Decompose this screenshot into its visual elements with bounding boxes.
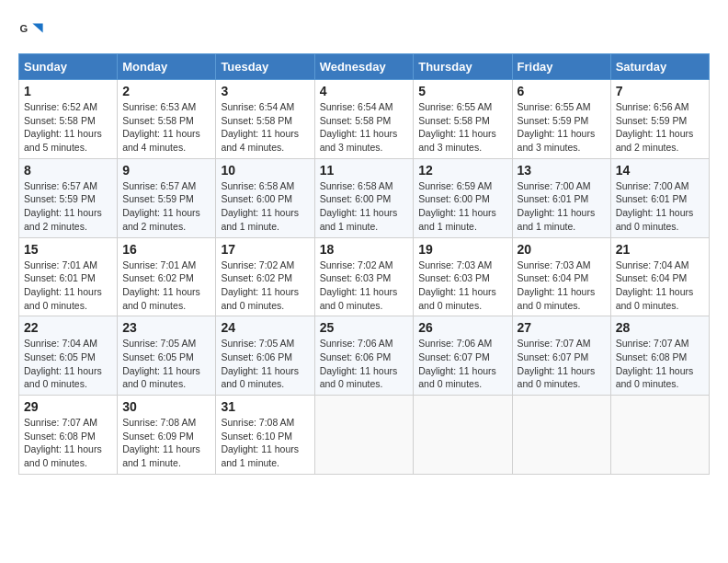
calendar-cell: 24Sunrise: 7:05 AMSunset: 6:06 PMDayligh… xyxy=(216,316,314,396)
day-number: 12 xyxy=(418,163,506,178)
day-info: Sunrise: 7:00 AMSunset: 6:01 PMDaylight:… xyxy=(518,179,606,234)
day-number: 9 xyxy=(122,163,210,178)
calendar-cell: 6Sunrise: 6:55 AMSunset: 5:59 PMDaylight… xyxy=(512,80,610,159)
weekday-header-sunday: Sunday xyxy=(19,54,118,80)
day-number: 23 xyxy=(122,320,210,335)
week-row-4: 22Sunrise: 7:04 AMSunset: 6:05 PMDayligh… xyxy=(19,316,710,396)
day-info: Sunrise: 7:05 AMSunset: 6:06 PMDaylight:… xyxy=(221,337,309,391)
day-number: 30 xyxy=(122,399,210,414)
calendar-header-row: SundayMondayTuesdayWednesdayThursdayFrid… xyxy=(19,54,710,80)
day-info: Sunrise: 6:54 AMSunset: 5:58 PMDaylight:… xyxy=(221,100,309,155)
calendar-cell: 29Sunrise: 7:07 AMSunset: 6:08 PMDayligh… xyxy=(19,396,118,475)
day-info: Sunrise: 6:54 AMSunset: 5:58 PMDaylight:… xyxy=(320,100,409,155)
svg-text:G: G xyxy=(19,23,28,34)
day-info: Sunrise: 7:06 AMSunset: 6:06 PMDaylight:… xyxy=(320,337,409,391)
day-number: 27 xyxy=(518,320,606,335)
day-number: 22 xyxy=(24,320,112,335)
day-number: 11 xyxy=(320,163,409,178)
calendar-cell: 25Sunrise: 7:06 AMSunset: 6:06 PMDayligh… xyxy=(314,316,414,396)
day-number: 13 xyxy=(518,163,606,178)
calendar-cell xyxy=(414,396,512,475)
logo-icon: G xyxy=(18,18,44,44)
day-info: Sunrise: 7:01 AMSunset: 6:01 PMDaylight:… xyxy=(24,259,112,313)
calendar-cell: 1Sunrise: 6:52 AMSunset: 5:58 PMDaylight… xyxy=(19,80,118,159)
calendar-cell: 17Sunrise: 7:02 AMSunset: 6:02 PMDayligh… xyxy=(216,237,314,316)
calendar-cell: 3Sunrise: 6:54 AMSunset: 5:58 PMDaylight… xyxy=(216,80,314,159)
calendar-cell: 22Sunrise: 7:04 AMSunset: 6:05 PMDayligh… xyxy=(19,316,118,396)
calendar-cell: 11Sunrise: 6:58 AMSunset: 6:00 PMDayligh… xyxy=(314,158,414,237)
calendar-cell: 12Sunrise: 6:59 AMSunset: 6:00 PMDayligh… xyxy=(414,158,512,237)
day-info: Sunrise: 7:04 AMSunset: 6:05 PMDaylight:… xyxy=(24,337,112,391)
day-info: Sunrise: 7:07 AMSunset: 6:08 PMDaylight:… xyxy=(24,416,112,470)
calendar-cell: 23Sunrise: 7:05 AMSunset: 6:05 PMDayligh… xyxy=(118,316,216,396)
calendar-cell: 2Sunrise: 6:53 AMSunset: 5:58 PMDaylight… xyxy=(118,80,216,159)
weekday-header-monday: Monday xyxy=(118,54,216,80)
calendar-cell: 27Sunrise: 7:07 AMSunset: 6:07 PMDayligh… xyxy=(512,316,610,396)
weekday-header-thursday: Thursday xyxy=(414,54,512,80)
calendar-cell: 30Sunrise: 7:08 AMSunset: 6:09 PMDayligh… xyxy=(118,396,216,475)
calendar-cell: 10Sunrise: 6:58 AMSunset: 6:00 PMDayligh… xyxy=(216,158,314,237)
day-number: 15 xyxy=(24,242,112,257)
day-info: Sunrise: 6:58 AMSunset: 6:00 PMDaylight:… xyxy=(320,179,409,234)
calendar-cell: 20Sunrise: 7:03 AMSunset: 6:04 PMDayligh… xyxy=(512,237,610,316)
week-row-5: 29Sunrise: 7:07 AMSunset: 6:08 PMDayligh… xyxy=(19,396,710,475)
week-row-2: 8Sunrise: 6:57 AMSunset: 5:59 PMDaylight… xyxy=(19,158,710,237)
calendar-cell: 19Sunrise: 7:03 AMSunset: 6:03 PMDayligh… xyxy=(414,237,512,316)
day-number: 28 xyxy=(616,320,704,335)
day-info: Sunrise: 6:55 AMSunset: 5:58 PMDaylight:… xyxy=(418,100,506,155)
calendar-cell: 31Sunrise: 7:08 AMSunset: 6:10 PMDayligh… xyxy=(216,396,314,475)
day-number: 19 xyxy=(418,242,506,257)
day-info: Sunrise: 7:01 AMSunset: 6:02 PMDaylight:… xyxy=(122,259,210,313)
day-number: 8 xyxy=(24,163,112,178)
day-info: Sunrise: 7:00 AMSunset: 6:01 PMDaylight:… xyxy=(616,179,704,234)
day-number: 5 xyxy=(418,84,506,98)
day-info: Sunrise: 6:59 AMSunset: 6:00 PMDaylight:… xyxy=(418,179,506,234)
calendar-cell: 16Sunrise: 7:01 AMSunset: 6:02 PMDayligh… xyxy=(118,237,216,316)
day-number: 4 xyxy=(320,84,409,98)
day-info: Sunrise: 7:03 AMSunset: 6:04 PMDaylight:… xyxy=(518,259,606,313)
calendar-cell: 26Sunrise: 7:06 AMSunset: 6:07 PMDayligh… xyxy=(414,316,512,396)
day-info: Sunrise: 6:53 AMSunset: 5:58 PMDaylight:… xyxy=(122,100,210,155)
day-info: Sunrise: 7:04 AMSunset: 6:04 PMDaylight:… xyxy=(616,259,704,313)
day-number: 24 xyxy=(221,320,309,335)
calendar-cell: 4Sunrise: 6:54 AMSunset: 5:58 PMDaylight… xyxy=(314,80,414,159)
day-info: Sunrise: 6:58 AMSunset: 6:00 PMDaylight:… xyxy=(221,179,309,234)
day-info: Sunrise: 6:57 AMSunset: 5:59 PMDaylight:… xyxy=(24,179,112,234)
page-header: G xyxy=(18,18,710,44)
weekday-header-friday: Friday xyxy=(512,54,610,80)
day-info: Sunrise: 7:07 AMSunset: 6:07 PMDaylight:… xyxy=(518,337,606,391)
calendar-cell: 9Sunrise: 6:57 AMSunset: 5:59 PMDaylight… xyxy=(118,158,216,237)
day-info: Sunrise: 7:08 AMSunset: 6:10 PMDaylight:… xyxy=(221,416,309,470)
day-number: 17 xyxy=(221,242,309,257)
calendar-cell: 28Sunrise: 7:07 AMSunset: 6:08 PMDayligh… xyxy=(610,316,709,396)
calendar-cell xyxy=(512,396,610,475)
day-number: 7 xyxy=(616,84,704,98)
weekday-header-saturday: Saturday xyxy=(610,54,709,80)
day-number: 16 xyxy=(122,242,210,257)
day-number: 2 xyxy=(122,84,210,98)
day-info: Sunrise: 6:57 AMSunset: 5:59 PMDaylight:… xyxy=(122,179,210,234)
day-number: 26 xyxy=(418,320,506,335)
day-number: 21 xyxy=(616,242,704,257)
day-number: 25 xyxy=(320,320,409,335)
calendar-cell xyxy=(314,396,414,475)
calendar-cell xyxy=(610,396,709,475)
day-info: Sunrise: 6:55 AMSunset: 5:59 PMDaylight:… xyxy=(518,100,606,155)
week-row-1: 1Sunrise: 6:52 AMSunset: 5:58 PMDaylight… xyxy=(19,80,710,159)
calendar-cell: 18Sunrise: 7:02 AMSunset: 6:03 PMDayligh… xyxy=(314,237,414,316)
day-number: 29 xyxy=(24,399,112,414)
day-number: 3 xyxy=(221,84,309,98)
calendar-cell: 13Sunrise: 7:00 AMSunset: 6:01 PMDayligh… xyxy=(512,158,610,237)
day-number: 20 xyxy=(518,242,606,257)
day-number: 14 xyxy=(616,163,704,178)
calendar-cell: 8Sunrise: 6:57 AMSunset: 5:59 PMDaylight… xyxy=(19,158,118,237)
day-info: Sunrise: 7:02 AMSunset: 6:03 PMDaylight:… xyxy=(320,259,409,313)
svg-marker-1 xyxy=(32,24,42,33)
calendar-cell: 21Sunrise: 7:04 AMSunset: 6:04 PMDayligh… xyxy=(610,237,709,316)
day-number: 6 xyxy=(518,84,606,98)
day-info: Sunrise: 6:56 AMSunset: 5:59 PMDaylight:… xyxy=(616,100,704,155)
day-number: 10 xyxy=(221,163,309,178)
day-number: 1 xyxy=(24,84,112,98)
day-info: Sunrise: 7:03 AMSunset: 6:03 PMDaylight:… xyxy=(418,259,506,313)
day-info: Sunrise: 6:52 AMSunset: 5:58 PMDaylight:… xyxy=(24,100,112,155)
